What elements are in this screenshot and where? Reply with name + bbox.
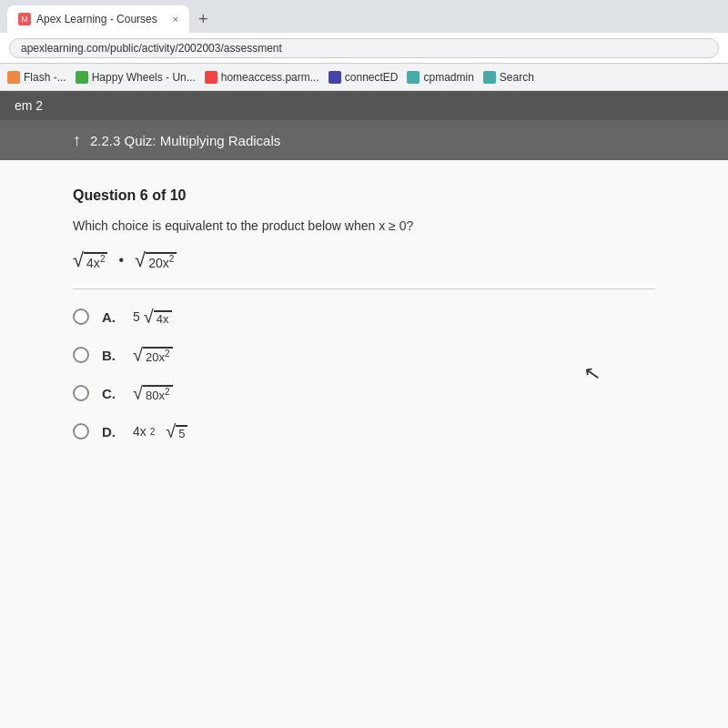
quiz-header: ↑ 2.2.3 Quiz: Multiplying Radicals bbox=[0, 120, 728, 160]
bookmark-search[interactable]: Search bbox=[483, 71, 534, 84]
bookmark-cpmadmin-label: cpmadmin bbox=[423, 71, 473, 84]
bookmark-flash[interactable]: Flash -... bbox=[7, 71, 66, 84]
radio-D[interactable] bbox=[73, 423, 89, 440]
bookmark-connected[interactable]: connectED bbox=[329, 71, 399, 84]
divider bbox=[73, 288, 655, 289]
bookmark-happywheels-label: Happy Wheels - Un... bbox=[92, 71, 196, 84]
option-C[interactable]: C. √ 80x2 bbox=[73, 384, 655, 402]
bookmark-cpmadmin-icon bbox=[407, 71, 420, 84]
option-D[interactable]: D. 4x2 √ 5 bbox=[73, 422, 655, 440]
quiz-header-icon: ↑ bbox=[73, 131, 81, 150]
tab-close-button[interactable]: × bbox=[173, 14, 178, 25]
option-B-math: √ 20x2 bbox=[133, 346, 173, 364]
new-tab-button[interactable]: + bbox=[189, 5, 217, 35]
radio-C[interactable] bbox=[73, 385, 89, 401]
breadcrumb: em 2 bbox=[15, 98, 43, 113]
question-label: Question 6 of 10 bbox=[73, 187, 655, 204]
bookmark-connected-label: connectED bbox=[345, 71, 399, 84]
bookmark-flash-label: Flash -... bbox=[24, 71, 66, 84]
apex-nav: em 2 bbox=[0, 91, 728, 120]
bookmark-homeaccess-icon bbox=[205, 71, 217, 84]
bookmark-homeaccess[interactable]: homeaccess.parm... bbox=[205, 71, 319, 84]
option-A[interactable]: A. 5 √ 4x bbox=[73, 308, 655, 326]
option-C-label: C. bbox=[102, 386, 120, 401]
bookmark-search-label: Search bbox=[500, 71, 534, 84]
bookmark-search-icon bbox=[483, 71, 496, 84]
bookmark-connected-icon bbox=[329, 71, 341, 84]
tab-favicon: M bbox=[18, 13, 31, 25]
radical-1: √ 4x2 bbox=[73, 250, 107, 270]
active-tab[interactable]: M Apex Learning - Courses × bbox=[7, 5, 189, 33]
address-bar bbox=[0, 33, 728, 64]
bookmarks-bar: Flash -... Happy Wheels - Un... homeacce… bbox=[0, 64, 728, 91]
radio-A[interactable] bbox=[73, 308, 89, 325]
option-D-math: 4x2 √ 5 bbox=[133, 422, 187, 440]
bookmark-cpmadmin[interactable]: cpmadmin bbox=[407, 71, 473, 84]
tab-title: Apex Learning - Courses bbox=[36, 13, 157, 25]
browser-frame: M Apex Learning - Courses × + Flash -...… bbox=[0, 0, 728, 728]
radio-B[interactable] bbox=[73, 347, 89, 363]
option-A-math: 5 √ 4x bbox=[133, 308, 172, 326]
bookmark-flash-icon bbox=[7, 71, 20, 84]
options-list: A. 5 √ 4x B. √ 20x2 bbox=[73, 308, 655, 440]
option-C-math: √ 80x2 bbox=[133, 384, 173, 402]
option-A-label: A. bbox=[102, 309, 120, 325]
radical-2: √ 20x2 bbox=[135, 250, 177, 270]
bookmark-homeaccess-label: homeaccess.parm... bbox=[221, 71, 319, 84]
option-D-label: D. bbox=[102, 424, 120, 440]
bookmark-happywheels[interactable]: Happy Wheels - Un... bbox=[76, 71, 196, 84]
question-text: Which choice is equivalent to the produc… bbox=[73, 217, 655, 236]
bookmark-happywheels-icon bbox=[76, 71, 88, 84]
option-B-label: B. bbox=[102, 348, 120, 363]
quiz-header-title: 2.2.3 Quiz: Multiplying Radicals bbox=[90, 133, 280, 148]
tab-bar: M Apex Learning - Courses × + bbox=[0, 0, 728, 33]
dot-operator: • bbox=[118, 252, 124, 268]
question-expression: √ 4x2 • √ 20x2 bbox=[73, 250, 655, 270]
option-B[interactable]: B. √ 20x2 bbox=[73, 346, 655, 364]
content-area: Question 6 of 10 Which choice is equival… bbox=[0, 160, 728, 728]
address-input[interactable] bbox=[9, 38, 719, 58]
